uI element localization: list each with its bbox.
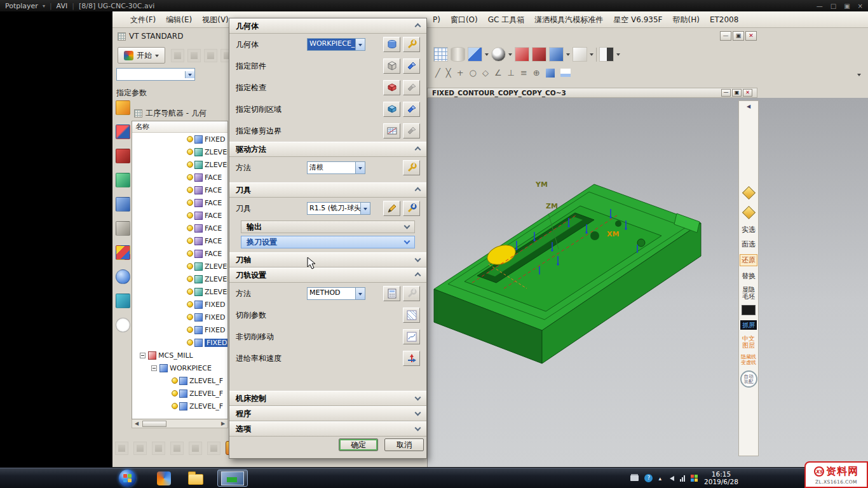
mirror-icon[interactable] <box>152 442 165 455</box>
collapse-chevron-icon[interactable] <box>415 23 421 29</box>
section-geometry[interactable]: 几何体 <box>229 18 426 34</box>
menu-item[interactable]: 编辑(E) <box>161 15 197 25</box>
highlight-part-button[interactable] <box>403 58 420 74</box>
chevron-down-icon[interactable] <box>590 53 593 58</box>
collapse-chevron-icon[interactable] <box>415 187 421 193</box>
taskbar-nx-button[interactable] <box>153 470 175 487</box>
tree-item[interactable]: ZLEVEL_F <box>132 400 227 412</box>
scroll-left-icon[interactable]: ◀ <box>132 421 141 426</box>
shaded-cube-icon[interactable] <box>468 47 482 62</box>
menu-item[interactable]: 帮助(H) <box>668 15 705 25</box>
viewport-close-button[interactable]: ✕ <box>743 89 752 97</box>
tree-item[interactable]: ZLEVEL_F <box>132 387 227 400</box>
tree-item[interactable]: FACE <box>132 171 227 184</box>
section-machine-control[interactable]: 机床控制 <box>229 391 426 406</box>
tree-item[interactable]: MCS_MILL <box>132 349 227 362</box>
chevron-down-icon[interactable] <box>566 53 570 58</box>
subsection-output[interactable]: 输出 <box>241 220 415 233</box>
tree-item[interactable]: ZLEVEL <box>132 260 227 273</box>
expand-chevron-icon[interactable] <box>404 238 410 244</box>
player-maximize-button[interactable]: □ <box>831 3 836 10</box>
taskbar-folder-button[interactable] <box>184 470 207 487</box>
viewport-titlebar[interactable]: FIXED_CONTOUR_COPY_COPY_CO~3 — ▣ ✕ <box>427 88 757 98</box>
child-close-button[interactable]: ✕ <box>745 31 757 41</box>
menu-item[interactable]: 窗口(O) <box>445 15 483 25</box>
tree-item[interactable]: FACE <box>132 184 227 196</box>
save-icon[interactable] <box>204 49 217 62</box>
tool-combo[interactable]: R1.5 (铣刀-球头 <box>307 202 370 215</box>
notebook-icon[interactable] <box>560 69 571 77</box>
snap-circle-icon[interactable]: ○ <box>470 68 477 78</box>
section-view-icon[interactable] <box>599 47 614 62</box>
action-center-flag-icon[interactable] <box>691 475 698 482</box>
snap-parallel-icon[interactable]: ≡ <box>520 68 527 78</box>
tree-item[interactable]: FIXED <box>132 323 227 336</box>
expand-chevron-icon[interactable] <box>415 424 421 431</box>
tree-item[interactable]: FACE <box>132 209 227 222</box>
tree-item[interactable]: ZLEVEL <box>132 158 227 171</box>
history-clock-icon[interactable] <box>116 318 130 332</box>
side-tool-button[interactable]: 自动装配 <box>740 370 757 388</box>
cancel-button[interactable]: 取消 <box>384 438 424 451</box>
graphics-viewport[interactable]: YM ZM XM <box>427 98 868 467</box>
side-tool-button[interactable]: 实选 <box>740 225 757 234</box>
snap-angle-icon[interactable]: ∠ <box>494 68 502 78</box>
select-trim-button[interactable] <box>383 123 400 139</box>
side-tool-button[interactable]: 面选 <box>740 240 757 249</box>
side-tool-button[interactable]: 中文图层 <box>740 335 757 349</box>
tool-view-icon[interactable] <box>116 197 130 212</box>
menu-item[interactable]: 潇洒模具汽模标准件 <box>529 15 608 25</box>
viewport-minimize-button[interactable]: — <box>721 89 731 97</box>
player-app-name[interactable]: Potplayer <box>5 2 38 10</box>
taskbar-player-button[interactable] <box>217 470 248 487</box>
white-block-icon[interactable] <box>573 47 587 62</box>
snap-perpendicular-icon[interactable]: ⊥ <box>508 68 515 78</box>
method-calculator-button[interactable] <box>383 286 400 301</box>
create-operation-icon[interactable] <box>116 100 130 115</box>
help-tray-icon[interactable]: ? <box>644 474 653 482</box>
new-geometry-button[interactable] <box>383 37 400 52</box>
edit-drive-method-button[interactable] <box>403 160 420 175</box>
non-cutting-button[interactable] <box>403 329 420 344</box>
selection-filter-combo[interactable] <box>116 68 195 81</box>
combo-dropdown-button[interactable] <box>360 203 370 214</box>
section-options[interactable]: 选项 <box>229 421 426 437</box>
select-part-button[interactable] <box>383 58 400 74</box>
snap-cross-icon[interactable]: ╳ <box>446 68 451 78</box>
toolbar-overflow-caret[interactable] <box>857 74 861 78</box>
child-minimize-button[interactable]: — <box>720 31 731 41</box>
analysis-icon[interactable] <box>116 294 130 308</box>
volume-icon[interactable] <box>667 476 674 481</box>
chevron-down-icon[interactable] <box>485 53 489 58</box>
menu-item[interactable]: GC 工具箱 <box>483 15 530 25</box>
snap-midpoint-icon[interactable]: + <box>457 68 464 78</box>
side-tool-button[interactable] <box>740 205 757 220</box>
geometry-combo[interactable]: WORKPIECE_1 <box>307 38 365 51</box>
collapse-panel-icon[interactable]: ◀ <box>747 104 750 109</box>
dark-red-block-icon[interactable] <box>532 47 546 62</box>
printer-tray-icon[interactable] <box>630 475 639 481</box>
collapse-chevron-icon[interactable] <box>415 146 421 152</box>
side-tool-button[interactable] <box>740 186 757 200</box>
combo-dropdown-button[interactable] <box>355 162 365 173</box>
scale-icon[interactable] <box>170 442 184 455</box>
wcs-cube-icon[interactable] <box>546 69 555 78</box>
section-tool-axis[interactable]: 刀轴 <box>229 252 426 268</box>
grid-display-icon[interactable] <box>433 47 448 62</box>
side-tool-button[interactable]: 隐藏线变虚线 <box>740 354 757 365</box>
menu-item[interactable]: ET2008 <box>705 15 743 24</box>
side-tool-button[interactable]: 显隐毛坯 <box>740 286 757 300</box>
path-method-combo[interactable]: METHOD <box>307 287 365 300</box>
cutting-params-button[interactable] <box>403 308 420 323</box>
section-program[interactable]: 程序 <box>229 406 426 421</box>
highlight-cut-area-button[interactable] <box>403 102 420 117</box>
player-minimize-button[interactable]: — <box>817 3 823 10</box>
select-check-button[interactable] <box>383 80 400 95</box>
information-icon[interactable] <box>116 269 130 284</box>
subsection-tool-change[interactable]: 换刀设置 <box>241 236 415 248</box>
tree-item[interactable]: FACE <box>132 234 227 247</box>
snap-diamond-icon[interactable]: ◇ <box>482 68 489 78</box>
edit-tool-button[interactable] <box>403 201 420 216</box>
network-icon[interactable] <box>680 475 685 482</box>
drive-method-combo[interactable]: 清根 <box>307 161 365 174</box>
